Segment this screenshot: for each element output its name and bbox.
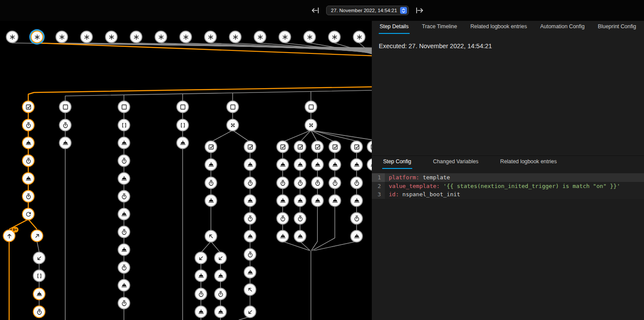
node-dome[interactable] xyxy=(350,158,363,171)
node-timer[interactable] xyxy=(244,248,257,261)
node-asterisk[interactable] xyxy=(180,31,192,43)
node-asterisk[interactable] xyxy=(130,31,143,43)
node-asterisk[interactable] xyxy=(80,31,93,43)
node-dome[interactable] xyxy=(118,172,130,185)
node-dome[interactable] xyxy=(118,208,130,221)
node-check[interactable] xyxy=(205,141,217,153)
next-trace-button[interactable] xyxy=(415,6,424,15)
node-timer[interactable] xyxy=(277,177,289,189)
node-dome[interactable] xyxy=(329,195,341,207)
node-timer[interactable] xyxy=(277,212,289,225)
tab-changed-variables[interactable]: Changed Variables xyxy=(432,158,479,169)
node-dome[interactable] xyxy=(294,230,307,243)
node-asterisk[interactable] xyxy=(353,31,366,43)
node-arrow-sw[interactable] xyxy=(214,252,227,264)
node-brackets[interactable] xyxy=(118,119,130,132)
node-timer[interactable] xyxy=(294,212,307,225)
node-timer[interactable] xyxy=(244,177,257,189)
node-arrow-nw[interactable] xyxy=(244,284,257,296)
node-square[interactable] xyxy=(227,101,239,113)
node-check[interactable] xyxy=(329,141,341,153)
node-timer[interactable] xyxy=(118,155,130,167)
node-timer[interactable] xyxy=(22,119,35,132)
node-dome[interactable] xyxy=(22,172,35,185)
node-timer[interactable] xyxy=(22,190,35,203)
node-arrow-ne[interactable] xyxy=(31,230,43,242)
node-dome[interactable] xyxy=(118,137,130,149)
node-dome[interactable] xyxy=(118,279,130,292)
node-dome[interactable] xyxy=(311,195,324,207)
node-timer[interactable] xyxy=(59,119,72,132)
previous-trace-button[interactable] xyxy=(310,6,320,15)
tab-blueprint-config[interactable]: Blueprint Config xyxy=(597,23,637,34)
node-asterisk[interactable] xyxy=(304,31,316,43)
tab-step-details[interactable]: Step Details xyxy=(379,23,410,34)
node-dome[interactable] xyxy=(367,158,372,171)
node-timer[interactable] xyxy=(118,226,130,238)
node-dome[interactable] xyxy=(244,230,257,243)
node-asterisk[interactable] xyxy=(328,31,341,43)
node-check[interactable] xyxy=(244,141,257,153)
node-dome[interactable] xyxy=(205,158,217,171)
node-asterisk[interactable] xyxy=(6,31,19,43)
node-square[interactable] xyxy=(305,101,317,113)
node-dome[interactable] xyxy=(294,195,307,207)
node-asterisk[interactable] xyxy=(56,31,68,43)
node-timer[interactable] xyxy=(118,261,130,274)
node-repeat[interactable] xyxy=(22,208,35,221)
node-dome[interactable] xyxy=(244,195,257,207)
tab-automation-config[interactable]: Automation Config xyxy=(539,23,585,34)
node-asterisk[interactable] xyxy=(105,31,118,43)
node-timer[interactable] xyxy=(311,177,324,189)
trace-graph[interactable]: 9+ xyxy=(0,21,372,320)
node-timer[interactable] xyxy=(118,190,130,203)
node-asterisk[interactable] xyxy=(31,31,43,43)
node-dome[interactable] xyxy=(311,158,324,171)
node-check[interactable] xyxy=(311,141,324,153)
node-timer[interactable] xyxy=(244,212,257,225)
node-dome[interactable] xyxy=(277,195,289,207)
node-arrow-sw[interactable] xyxy=(244,306,257,318)
node-arrow-sw[interactable] xyxy=(195,252,207,264)
node-dome[interactable] xyxy=(214,270,227,282)
node-timer[interactable] xyxy=(350,177,363,189)
tab-related-logbook-entries[interactable]: Related logbook entries xyxy=(470,23,528,34)
node-timer[interactable] xyxy=(214,288,227,300)
node-dome[interactable] xyxy=(350,230,363,243)
node-check[interactable] xyxy=(294,141,307,153)
node-timer[interactable] xyxy=(195,288,207,300)
node-timer[interactable] xyxy=(22,155,35,167)
node-dome[interactable] xyxy=(22,137,35,149)
node-choose[interactable] xyxy=(227,119,239,132)
node-timer[interactable] xyxy=(350,212,363,225)
node-arrow-sw[interactable] xyxy=(33,252,46,264)
node-dome[interactable] xyxy=(277,158,289,171)
node-dome[interactable] xyxy=(205,195,217,207)
node-dome[interactable] xyxy=(118,244,130,256)
node-brackets[interactable] xyxy=(33,270,46,282)
node-arrow-up[interactable]: 9+ xyxy=(3,230,16,242)
node-timer[interactable] xyxy=(294,177,307,189)
node-asterisk[interactable] xyxy=(279,31,291,43)
node-asterisk[interactable] xyxy=(229,31,242,43)
node-asterisk[interactable] xyxy=(155,31,167,43)
node-dome[interactable] xyxy=(195,306,207,318)
node-dome[interactable] xyxy=(195,270,207,282)
node-dome[interactable] xyxy=(244,266,257,279)
tab-trace-timeline[interactable]: Trace Timeline xyxy=(421,23,458,34)
node-dome[interactable] xyxy=(244,158,257,171)
node-square[interactable] xyxy=(118,101,130,113)
node-asterisk[interactable] xyxy=(204,31,217,43)
node-timer[interactable] xyxy=(118,297,130,310)
node-dome[interactable] xyxy=(294,158,307,171)
node-timer[interactable] xyxy=(205,177,217,189)
tab-step-config[interactable]: Step Config xyxy=(382,158,412,169)
node-choose[interactable] xyxy=(305,119,317,132)
node-dome[interactable] xyxy=(177,137,189,149)
node-asterisk[interactable] xyxy=(254,31,267,43)
node-square[interactable] xyxy=(177,101,189,113)
node-check[interactable] xyxy=(22,101,35,113)
node-dome[interactable] xyxy=(277,230,289,243)
node-arrow-nw[interactable] xyxy=(205,230,217,243)
node-check[interactable] xyxy=(277,141,289,153)
